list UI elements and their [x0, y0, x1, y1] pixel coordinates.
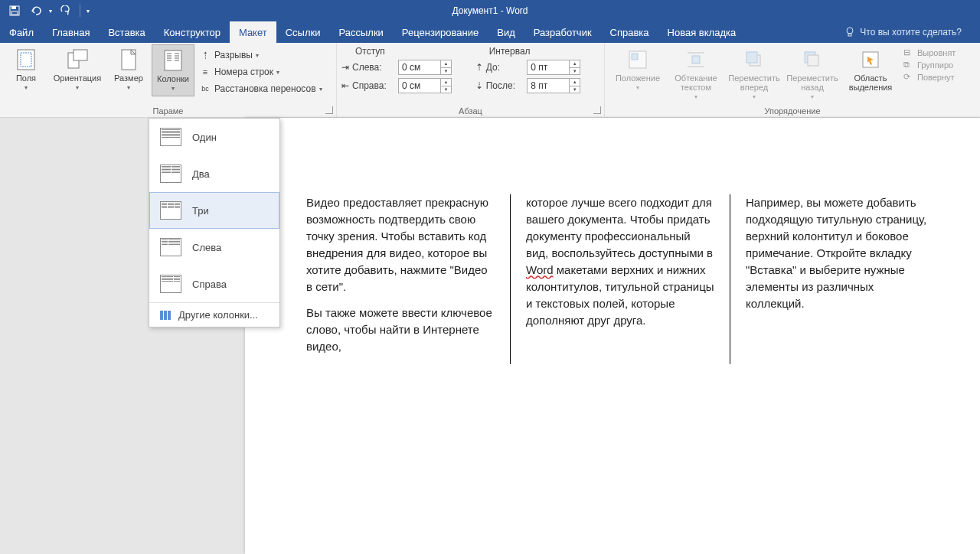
rotate-button[interactable]: ⟳Повернут	[903, 72, 956, 83]
spacing-before-input[interactable]: 0 пт▲▼	[527, 60, 580, 75]
columns-one-icon	[160, 128, 181, 146]
size-button[interactable]: Размер ▾	[107, 44, 150, 96]
line-numbers-icon: ≡	[199, 66, 211, 78]
bring-forward-icon	[742, 47, 766, 72]
position-button[interactable]: Положение▾	[609, 44, 666, 100]
spacing-after-input[interactable]: 8 пт▲▼	[527, 78, 580, 93]
indent-right-input[interactable]: 0 см▲▼	[398, 78, 452, 93]
selection-pane-icon	[858, 47, 883, 72]
tab-insert[interactable]: Вставка	[99, 21, 154, 43]
columns-option-one[interactable]: Один	[149, 119, 279, 155]
group-icon: ⧉	[903, 60, 914, 70]
columns-left-icon	[160, 238, 181, 256]
margins-button[interactable]: Поля ▾	[5, 44, 47, 96]
send-backward-icon	[800, 47, 825, 72]
quick-access-toolbar: ▾ ▾	[0, 2, 90, 19]
columns-option-three[interactable]: Три	[149, 192, 279, 229]
group-label-arrange: Упорядочение	[605, 106, 980, 116]
title-bar: ▾ ▾ Документ1 - Word	[0, 0, 980, 21]
tab-design[interactable]: Конструктор	[155, 21, 230, 43]
line-numbers-button[interactable]: ≡Номера строк ▾	[196, 64, 325, 80]
svg-rect-20	[632, 54, 638, 60]
indent-header: Отступ	[341, 46, 471, 57]
tab-references[interactable]: Ссылки	[276, 21, 330, 43]
svg-point-3	[847, 28, 853, 34]
columns-three-icon	[160, 201, 181, 220]
text-column-2: которое лучше всего подходит для вашего …	[510, 194, 730, 364]
orientation-button[interactable]: Ориентация ▾	[49, 44, 106, 96]
tab-layout[interactable]: Макет	[230, 21, 276, 43]
breaks-button[interactable]: ⭫Разрывы ▾	[196, 47, 325, 63]
tell-me-label: Что вы хотите сделать?	[860, 27, 962, 37]
tab-new[interactable]: Новая вкладка	[658, 21, 746, 43]
tab-mailings[interactable]: Рассылки	[329, 21, 392, 43]
save-button[interactable]	[6, 2, 23, 19]
indent-right-label: ⇤Справа:	[341, 80, 394, 91]
tab-review[interactable]: Рецензирование	[393, 21, 488, 43]
columns-icon	[161, 48, 185, 73]
hyphenation-button[interactable]: bcРасстановка переносов ▾	[196, 81, 325, 96]
indent-right-icon: ⇤	[341, 80, 349, 91]
ribbon: Поля ▾ Ориентация ▾ Размер ▾ Колонки ▾ ⭫…	[0, 43, 980, 118]
margins-icon	[14, 47, 38, 72]
columns-dropdown: Один Два Три Слева Справа Другие колонки…	[149, 118, 280, 328]
ribbon-tabs: Файл Главная Вставка Конструктор Макет С…	[0, 21, 980, 43]
columns-button[interactable]: Колонки ▾	[152, 44, 194, 96]
spacing-before-label: ⇡До:	[475, 62, 523, 73]
tell-me-search[interactable]: Что вы хотите сделать?	[844, 21, 980, 43]
tab-file[interactable]: Файл	[0, 21, 43, 43]
text-column-3: Например, вы можете добавить подходящую …	[730, 194, 949, 364]
indent-left-label: ⇥Слева:	[341, 62, 394, 73]
position-icon	[626, 47, 650, 72]
size-icon	[116, 47, 141, 72]
group-arrange: Положение▾ Обтекание текстом▾ Переместит…	[605, 43, 980, 117]
send-backward-button[interactable]: Переместить назад▾	[784, 44, 841, 100]
more-columns-icon	[160, 311, 171, 320]
breaks-icon: ⭫	[199, 49, 211, 61]
text-column-1: Видео предоставляет прекрасную возможнос…	[291, 194, 510, 364]
page-setup-dialog-launcher[interactable]	[325, 106, 333, 114]
svg-rect-8	[74, 50, 87, 60]
orientation-icon	[65, 47, 90, 72]
svg-rect-4	[848, 34, 851, 36]
spacing-before-icon: ⇡	[475, 62, 483, 73]
spacing-header: Интервал	[475, 46, 599, 57]
document-area: Видео предоставляет прекрасную возможнос…	[0, 118, 980, 554]
group-paragraph: Отступ Интервал ⇥Слева: 0 см▲▼ ⇡До: 0 пт…	[337, 43, 605, 117]
indent-left-icon: ⇥	[341, 62, 349, 73]
wrap-text-button[interactable]: Обтекание текстом▾	[668, 44, 724, 100]
lightbulb-icon	[844, 27, 855, 37]
columns-right-icon	[160, 275, 181, 293]
wrap-text-icon	[684, 47, 708, 72]
tab-view[interactable]: Вид	[488, 21, 524, 43]
bring-forward-button[interactable]: Переместить вперед▾	[726, 44, 782, 100]
columns-two-icon	[160, 165, 181, 183]
svg-rect-25	[746, 52, 757, 63]
tab-help[interactable]: Справка	[601, 21, 658, 43]
group-objects-button[interactable]: ⧉Группиро	[903, 60, 956, 70]
columns-option-right[interactable]: Справа	[149, 266, 279, 302]
selection-pane-button[interactable]: Область выделения	[842, 44, 899, 100]
tab-home[interactable]: Главная	[43, 21, 99, 43]
indent-left-input[interactable]: 0 см▲▼	[398, 60, 452, 75]
group-label-page-setup: Параме	[0, 106, 336, 116]
spacing-after-icon: ⇣	[475, 80, 483, 91]
paragraph-dialog-launcher[interactable]	[593, 106, 601, 114]
group-label-paragraph: Абзац	[337, 106, 604, 116]
redo-button[interactable]	[57, 2, 74, 19]
svg-rect-2	[11, 11, 18, 15]
columns-option-left[interactable]: Слева	[149, 229, 279, 266]
hyphenation-icon: bc	[199, 83, 211, 95]
columns-option-two[interactable]: Два	[149, 155, 279, 192]
columns-option-more[interactable]: Другие колонки...	[149, 303, 279, 327]
page[interactable]: Видео предоставляет прекрасную возможнос…	[245, 118, 980, 554]
document-title: Документ1 - Word	[452, 5, 528, 16]
svg-rect-27	[808, 55, 818, 66]
align-button[interactable]: ⊟Выровнят	[903, 47, 956, 58]
undo-button[interactable]	[28, 2, 44, 19]
align-icon: ⊟	[903, 47, 914, 58]
tab-developer[interactable]: Разработчик	[524, 21, 601, 43]
rotate-icon: ⟳	[903, 72, 914, 83]
svg-rect-21	[692, 56, 700, 64]
spacing-after-label: ⇣После:	[475, 80, 523, 91]
